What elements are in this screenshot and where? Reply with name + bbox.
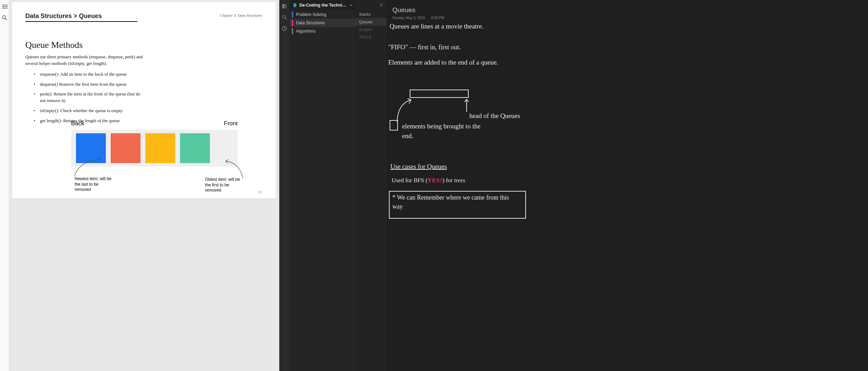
queue-block — [145, 133, 175, 163]
handwritten-line: Used for BFS (YES!) for trees — [392, 176, 465, 185]
chevron-down-icon — [349, 3, 353, 7]
svg-point-4 — [7, 6, 7, 7]
note-canvas[interactable]: Queues Sunday, May 3, 2020 8:30 PM Queue… — [387, 0, 868, 371]
queue-row — [71, 130, 238, 167]
svg-rect-8 — [282, 5, 283, 8]
notes-rail — [279, 0, 290, 371]
queue-block — [76, 133, 106, 163]
reader-toolbar — [0, 0, 9, 371]
handwritten-line: * We can Remember where we came from thi… — [392, 193, 521, 211]
handwritten-heading: Use cases for Queues — [390, 162, 447, 171]
section-label: Problem Solving — [296, 12, 326, 17]
svg-line-10 — [286, 5, 287, 8]
page-item-stacks[interactable]: Stacks — [356, 10, 387, 18]
newest-caption: Newest item; will be the last to be remo… — [75, 176, 113, 193]
search-icon[interactable] — [282, 15, 287, 20]
notebook-icon — [292, 3, 297, 8]
page-heading: Queue Methods — [25, 40, 263, 50]
svg-line-7 — [5, 18, 7, 20]
list-item: peek(): Return the item at the front of … — [34, 91, 141, 104]
section-list: De-Coding the Technical Interview Proble… — [290, 0, 356, 371]
document-reader-pane: Chapter 3: Data Structures Data Structur… — [0, 0, 279, 371]
section-item-data-structures[interactable]: Data Structures — [290, 19, 356, 27]
svg-rect-14 — [293, 3, 296, 7]
section-item-problem-solving[interactable]: Problem Solving — [290, 10, 356, 19]
queue-block — [111, 133, 141, 163]
queue-block — [180, 133, 210, 163]
oldest-caption: Oldest item; will be the first to be rem… — [205, 177, 243, 193]
search-icon[interactable] — [1, 15, 8, 21]
drawn-rectangle — [390, 120, 398, 130]
reader-canvas[interactable]: Chapter 3: Data Structures Data Structur… — [9, 0, 279, 371]
handwritten-line: "FIFO" — first in, first out. — [388, 42, 461, 52]
svg-point-6 — [2, 16, 6, 19]
page-item-queues[interactable]: Queues — [356, 18, 387, 26]
handwritten-line: Queues are lines at a movie theatre. — [390, 22, 532, 31]
method-list: enqueue(): Add an item to the back of th… — [25, 71, 263, 124]
toc-icon[interactable] — [1, 3, 8, 10]
notebook-selector[interactable]: De-Coding the Technical Interview — [290, 0, 356, 10]
svg-line-12 — [285, 18, 287, 19]
note-title[interactable]: Queues — [392, 6, 862, 14]
handwritten-line: Elements are added to the end of a queue… — [388, 58, 530, 67]
section-label: Algorithms — [296, 29, 316, 34]
handwritten-line: elements being brought to the end. — [402, 121, 492, 141]
list-item: enqueue(): Add an item to the back of th… — [34, 71, 141, 78]
breadcrumb: Data Structures > Queues — [25, 12, 137, 22]
note-date: Sunday, May 3, 2020 — [392, 16, 425, 20]
highlight-yes: YES! — [427, 177, 442, 184]
section-label: Data Structures — [296, 20, 325, 25]
back-label: Back — [71, 120, 84, 127]
section-color-bar — [292, 11, 293, 18]
queue-diagram: Back Front Newest item; will be the last… — [71, 120, 238, 167]
section-color-bar — [292, 20, 293, 26]
page-list: Stacks Queues Graphs TRICS — [356, 0, 387, 371]
note-time: 8:30 PM — [431, 16, 444, 20]
svg-point-5 — [7, 8, 7, 9]
svg-rect-9 — [284, 5, 285, 8]
list-item: dequeue() Remove the first item from the… — [34, 81, 141, 88]
svg-point-3 — [7, 5, 7, 6]
notes-app: De-Coding the Technical Interview Proble… — [279, 0, 868, 371]
section-color-bar — [292, 28, 293, 34]
notebook-title: De-Coding the Technical Interview — [299, 3, 347, 8]
list-item: isEmpty(): Check whether the queue is em… — [34, 108, 141, 114]
sort-icon[interactable] — [379, 3, 384, 8]
library-icon[interactable] — [282, 3, 287, 9]
handwritten-label: head of the Queues — [469, 111, 520, 121]
drawn-rectangle — [410, 90, 469, 98]
note-meta: Sunday, May 3, 2020 8:30 PM — [392, 16, 862, 20]
front-label: Front — [224, 120, 238, 127]
page-number: 59 — [258, 190, 262, 194]
recent-icon[interactable] — [282, 26, 287, 31]
section-item-algorithms[interactable]: Algorithms — [290, 27, 356, 35]
chapter-tag: Chapter 3: Data Structures — [220, 13, 262, 17]
page-item-graphs[interactable]: Graphs — [356, 26, 387, 33]
intro-paragraph: Queues use three primary methods (enqueu… — [25, 54, 143, 67]
svg-point-11 — [283, 16, 286, 18]
document-page: Chapter 3: Data Structures Data Structur… — [12, 2, 276, 198]
page-item-trics[interactable]: TRICS — [356, 33, 387, 41]
